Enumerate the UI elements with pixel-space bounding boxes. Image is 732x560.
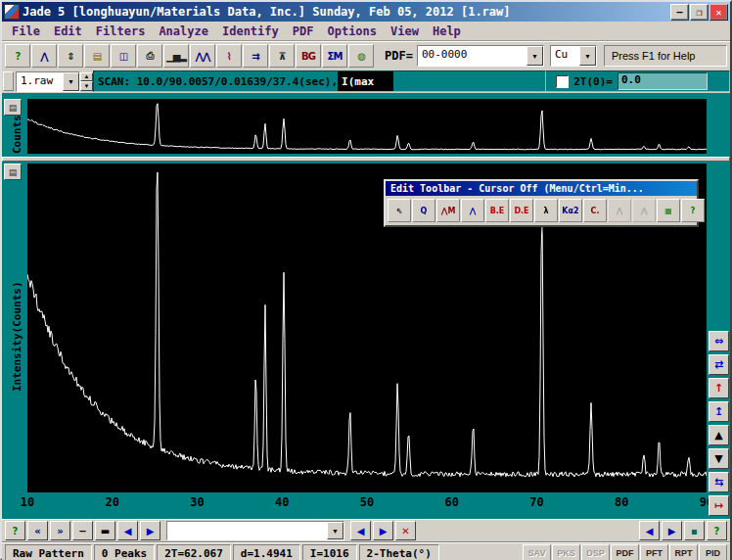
calibration-icon[interactable]: C. (583, 199, 607, 222)
nudge-down-button[interactable]: ▼ (709, 448, 729, 469)
pan-x-button[interactable]: ⇆ (709, 472, 729, 492)
menu-help[interactable]: Help (426, 24, 468, 38)
menubar: FileEditFiltersAnalyzeIdentifyPDFOptions… (2, 22, 730, 41)
range-combo[interactable]: ▼ (166, 521, 344, 540)
status-intensity: I=1016 (302, 544, 357, 560)
histogram-icon[interactable]: ▁▅▂ (163, 44, 189, 68)
menu-pdf[interactable]: PDF (286, 24, 321, 38)
smooth-icon[interactable]: ΣM (322, 44, 347, 68)
scroll-x-button[interactable]: ⇄ (709, 354, 729, 375)
background-icon[interactable]: BG (296, 44, 321, 68)
zoom-icon[interactable]: Q (412, 199, 435, 222)
menu-analyze[interactable]: Analyze (152, 24, 215, 38)
pid-button[interactable]: PID (699, 544, 727, 560)
status-units: 2-Theta(°) (359, 544, 439, 560)
status-peak-count: 0 Peaks (94, 544, 155, 560)
background-edit-icon[interactable]: B.E (485, 199, 509, 222)
x-tick-label: 10 (21, 495, 34, 509)
ka2-strip-icon[interactable]: Kα2 (559, 199, 582, 222)
fit-left-icon[interactable]: ⋀ (608, 199, 631, 222)
jade-window: Jade 5 [longhuayun/Materials Data, Inc.]… (0, 0, 732, 560)
pan-right-button[interactable]: ▶ (662, 521, 682, 540)
overview-plot[interactable] (27, 99, 707, 154)
spinner-up-icon[interactable]: ▲ (80, 72, 93, 82)
close-button[interactable]: ✕ (709, 4, 728, 21)
clear-zoom-button[interactable]: ✕ (395, 521, 416, 540)
range-right-button[interactable]: ▶ (373, 521, 393, 540)
pks-button[interactable]: PKS (552, 544, 580, 560)
find-peaks-icon[interactable]: ⊼ (269, 44, 295, 68)
main-pane-button[interactable]: ▤ (4, 163, 22, 180)
expand-y-button[interactable]: ↑ (709, 378, 729, 398)
overview-pane-button[interactable]: ▤ (4, 99, 22, 116)
zoom-bar-button[interactable]: ▬ (95, 521, 115, 540)
chevron-down-icon[interactable]: ▼ (579, 46, 596, 66)
expand-x-button[interactable]: ⇔ (709, 331, 729, 351)
pdf-label: PDF= (385, 49, 413, 63)
pdf-combo[interactable]: 00-0000 ▼ (417, 45, 544, 67)
chevron-down-icon[interactable]: ▼ (63, 72, 79, 91)
peak-cursor-icon[interactable]: ⋀ (31, 44, 57, 68)
data-edit-icon[interactable]: D.E (510, 199, 533, 222)
nudge-up-button[interactable]: ▲ (709, 425, 729, 445)
spinner-down-icon[interactable]: ▼ (80, 81, 93, 91)
overlay-peaks-icon[interactable]: ⋀⋀ (190, 44, 215, 68)
despike-icon[interactable]: λ (534, 199, 558, 222)
palette-help-icon[interactable]: ? (681, 199, 705, 222)
scan-row: 1.raw ▼ ▲ ▼ SCAN: 10.0/90.0057/0.01639/3… (2, 70, 730, 93)
menu-options[interactable]: Options (320, 24, 384, 38)
rpt-button[interactable]: RPT (669, 544, 698, 560)
dsp-button[interactable]: DSP (581, 544, 610, 560)
range-left-button[interactable]: ◀ (350, 521, 371, 540)
zoom-mid-buttons: ◀▶✕ (350, 521, 416, 540)
tool-glyph: ▤ (93, 51, 101, 62)
chevron-down-icon[interactable]: ▼ (526, 46, 543, 66)
pft-button[interactable]: PFT (640, 544, 668, 560)
titlebar[interactable]: Jade 5 [longhuayun/Materials Data, Inc.]… (2, 2, 730, 22)
file-combo[interactable]: 1.raw ▼ (16, 71, 80, 92)
help-button[interactable]: ? (5, 44, 30, 68)
menu-filters[interactable]: Filters (89, 24, 153, 38)
anode-combo[interactable]: Cu ▼ (550, 45, 597, 67)
fit-right-icon[interactable]: ⋀ (632, 199, 656, 222)
zoom-out-button[interactable]: − (72, 521, 93, 540)
zoom-help-button[interactable]: ? (5, 521, 25, 540)
pan-left-button[interactable]: ◀ (639, 521, 660, 540)
edit-toolbar-titlebar[interactable]: Edit Toolbar - Cursor Off (Menu/Ctrl=Min… (386, 181, 697, 196)
marker-button[interactable]: ▪ (684, 521, 705, 540)
menu-view[interactable]: View (384, 24, 426, 38)
profile-fit-icon[interactable]: ⋀M (436, 199, 460, 222)
page-back-button[interactable]: « (27, 521, 48, 540)
sav-button[interactable]: SAV (523, 544, 551, 560)
two-theta-zero-value[interactable]: 0.0 (618, 72, 708, 90)
scroll-left-button[interactable]: ◀ (117, 521, 138, 540)
advance-button[interactable]: ↦ (709, 495, 729, 516)
scroll-right-button[interactable]: ▶ (140, 521, 160, 540)
pdf-button[interactable]: PDF (611, 544, 639, 560)
open-file-icon[interactable]: ▤ (84, 44, 110, 68)
chevron-down-icon[interactable]: ▼ (327, 522, 343, 539)
filter-icon[interactable]: ⌇ (216, 44, 242, 68)
two-theta-zero-checkbox[interactable] (556, 75, 569, 88)
compress-y-button[interactable]: ↥ (709, 401, 729, 422)
menu-file[interactable]: File (5, 24, 47, 38)
web-icon[interactable]: ◍ (348, 44, 374, 68)
tool-glyph: ◫ (119, 51, 127, 62)
bottom-help-button[interactable]: ? (707, 521, 727, 540)
peak-paint-icon[interactable]: ⋀ (461, 199, 484, 222)
swap-icon[interactable]: ⇕ (58, 44, 83, 68)
shift-icon[interactable]: ⇉ (243, 44, 268, 68)
save-file-icon[interactable]: ◫ (111, 44, 136, 68)
minimize-button[interactable]: – (670, 4, 689, 21)
menu-identify[interactable]: Identify (215, 24, 286, 38)
scan-info-text: SCAN: 10.0/90.0057/0.01639/37.4(sec), (98, 75, 338, 88)
restore-button[interactable]: ❐ (690, 4, 709, 21)
menu-edit[interactable]: Edit (47, 24, 89, 38)
cursor-icon[interactable]: ⇖ (388, 199, 411, 222)
page-forward-button[interactable]: » (50, 521, 70, 540)
pane-splitter[interactable] (2, 157, 730, 162)
row-grip[interactable] (3, 71, 14, 91)
grid-options-icon[interactable]: ▦ (657, 199, 680, 222)
print-icon[interactable]: ⎙ (137, 44, 162, 68)
tool-glyph: ◍ (357, 51, 365, 62)
